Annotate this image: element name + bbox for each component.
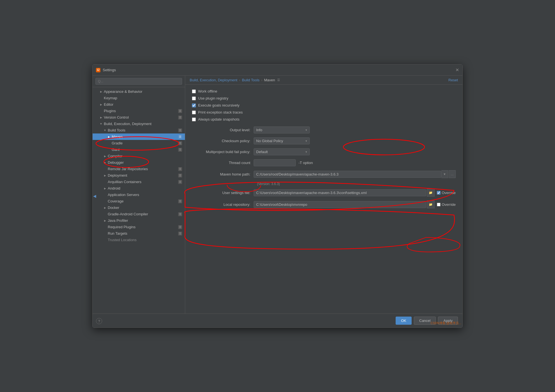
sidebar-tree: ▶ Appearance & Behavior Keymap ▶ Editor … [93, 87, 185, 313]
checksum-policy-label: Checksum policy: [192, 139, 254, 143]
dialog-body: ▶ Appearance & Behavior Keymap ▶ Editor … [93, 76, 462, 313]
sidebar-item-app-servers[interactable]: Application Servers [93, 192, 185, 198]
print-exception-checkbox[interactable] [192, 110, 196, 114]
sidebar-item-java-profiler[interactable]: ▶ Java Profiler [93, 217, 185, 224]
sidebar-item-editor[interactable]: ▶ Editor [93, 101, 185, 108]
user-settings-input[interactable] [254, 189, 426, 196]
sidebar-item-gradle-android[interactable]: Gradle-Android Compiler ☰ [93, 211, 185, 217]
multiproject-select-wrapper: Default At End Never [254, 148, 310, 155]
maven-home-browse-btn[interactable]: … [449, 170, 456, 178]
help-icon[interactable]: ? [96, 318, 102, 324]
sidebar-item-gradle[interactable]: Gradle ☰ [93, 140, 185, 146]
maven-version-text: (Version: 3.6.3) [257, 182, 456, 186]
settings-icon: ☰ [277, 78, 280, 82]
sidebar-item-label: Android [108, 186, 120, 190]
ok-button[interactable]: OK [396, 317, 412, 325]
sidebar-item-label: Appearance & Behavior [104, 89, 142, 94]
chevron-right-icon: ▶ [103, 174, 107, 177]
chevron-right-icon: ▶ [99, 90, 103, 93]
local-repo-override-checkbox[interactable] [437, 203, 441, 206]
sidebar-item-label: Remote Jar Repositories [108, 167, 148, 171]
sidebar-item-deployment[interactable]: ▶ Deployment ☰ [93, 172, 185, 179]
use-plugin-registry-label: Use plugin registry [198, 96, 228, 100]
sidebar-badge: ☰ [178, 128, 182, 132]
output-level-select[interactable]: Info Debug Error Warning [254, 126, 310, 133]
use-plugin-registry-checkbox[interactable] [192, 96, 196, 100]
sidebar-item-label: Gradle [112, 141, 123, 145]
sidebar-item-version-control[interactable]: ▶ Version Control ☰ [93, 114, 185, 121]
sidebar-item-docker[interactable]: ▶ Docker [93, 204, 185, 211]
checkbox-plugin-registry: Use plugin registry [192, 96, 456, 100]
chevron-right-icon: ▶ [103, 161, 107, 164]
multiproject-select[interactable]: Default At End Never [254, 148, 310, 155]
sidebar-item-label: Gant [112, 147, 120, 152]
sidebar-item-arquillian[interactable]: Arquillian Containers ☰ [93, 179, 185, 185]
checksum-policy-row: Checksum policy: No Global Policy Warn F… [192, 137, 456, 144]
output-level-row: Output level: Info Debug Error Warning [192, 126, 456, 133]
sidebar-item-run-targets[interactable]: Run Targets ☰ [93, 230, 185, 237]
sidebar-item-plugins[interactable]: Plugins ☰ [93, 108, 185, 114]
sidebar-item-appearance[interactable]: ▶ Appearance & Behavior [93, 88, 185, 95]
close-icon[interactable]: ✕ [455, 68, 459, 72]
sidebar-item-keymap[interactable]: Keymap [93, 95, 185, 101]
reset-button[interactable]: Reset [448, 78, 458, 82]
multiproject-label: Multiproject build fail policy: [192, 150, 254, 154]
work-offline-checkbox[interactable] [192, 89, 196, 93]
sidebar-item-label: Debugger [108, 160, 124, 165]
sidebar-item-compiler[interactable]: ▶ Compiler [93, 153, 185, 159]
checkbox-print-exception: Print exception stack traces [192, 110, 456, 114]
checkbox-always-update: Always update snapshots [192, 117, 456, 121]
settings-panel: Work offline Use plugin registry Execute… [185, 85, 462, 313]
sidebar-item-build-tools[interactable]: ▼ Build Tools ☰ [93, 127, 185, 133]
checksum-policy-select[interactable]: No Global Policy Warn Fail Ignore [254, 137, 310, 144]
sidebar-item-gant[interactable]: Gant ☰ [93, 146, 185, 153]
local-repo-input-group: 📁 [254, 200, 435, 208]
sidebar-item-required-plugins[interactable]: Required Plugins ☰ [93, 224, 185, 230]
sidebar-item-coverage[interactable]: Coverage ☰ [93, 198, 185, 204]
sidebar-item-label: Maven [112, 135, 123, 139]
execute-goals-checkbox[interactable] [192, 103, 196, 107]
sidebar-badge: ☰ [178, 225, 182, 229]
maven-home-input[interactable] [254, 171, 441, 178]
main-content: Build, Execution, Deployment › Build Too… [185, 76, 462, 313]
chevron-right-icon: ▶ [107, 135, 111, 138]
sidebar-item-remote-jar-repos[interactable]: Remote Jar Repositories ☰ [93, 166, 185, 172]
chevron-right-icon: ▶ [103, 155, 107, 158]
maven-home-input-group: ▼ … [254, 170, 456, 178]
user-settings-override-label: Override [442, 191, 456, 195]
user-settings-override-checkbox[interactable] [437, 191, 441, 195]
multiproject-row: Multiproject build fail policy: Default … [192, 148, 456, 155]
sidebar-badge: ☰ [178, 167, 182, 171]
chevron-right-icon: ▶ [103, 187, 107, 190]
chevron-right-icon: ▶ [103, 206, 107, 209]
user-settings-browse-btn[interactable]: 📁 [427, 189, 435, 197]
maven-home-row: Maven home path: ▼ … [192, 170, 456, 178]
sidebar-item-trusted-locations[interactable]: Trusted Locations [93, 237, 185, 243]
breadcrumb-part2[interactable]: Build Tools [242, 78, 260, 82]
sidebar-item-label: Deployment [108, 173, 127, 177]
sidebar-badge: ☰ [178, 116, 182, 119]
output-level-label: Output level: [192, 128, 254, 132]
breadcrumb-part1[interactable]: Build, Execution, Deployment [190, 78, 237, 82]
chevron-down-icon: ▼ [103, 129, 107, 132]
sidebar-item-maven[interactable]: ▶ Maven ☰ [93, 133, 185, 140]
title-bar: IJ Settings ✕ [93, 64, 462, 76]
chevron-right-icon: ▶ [99, 116, 103, 119]
app-icon: IJ [96, 68, 100, 72]
sidebar-badge: ☰ [178, 135, 182, 139]
breadcrumb-part3: Maven [264, 78, 275, 82]
sidebar-item-label: Version Control [104, 115, 129, 119]
local-repo-browse-btn[interactable]: 📁 [427, 200, 435, 208]
thread-count-input[interactable] [254, 159, 296, 166]
local-repo-input[interactable] [254, 201, 426, 208]
maven-home-dropdown-btn[interactable]: ▼ [441, 170, 448, 178]
sidebar-item-label: Gradle-Android Compiler [108, 212, 148, 216]
sidebar-item-android[interactable]: ▶ Android [93, 185, 185, 192]
always-update-checkbox[interactable] [192, 117, 196, 121]
sidebar-item-build-exec-deploy[interactable]: ▼ Build, Execution, Deployment [93, 121, 185, 127]
sidebar: ▶ Appearance & Behavior Keymap ▶ Editor … [93, 76, 185, 313]
search-input[interactable] [95, 78, 182, 85]
chevron-down-icon: ▼ [99, 122, 103, 125]
sidebar-item-debugger[interactable]: ▶ Debugger [93, 159, 185, 166]
user-settings-override: Override [437, 191, 456, 195]
